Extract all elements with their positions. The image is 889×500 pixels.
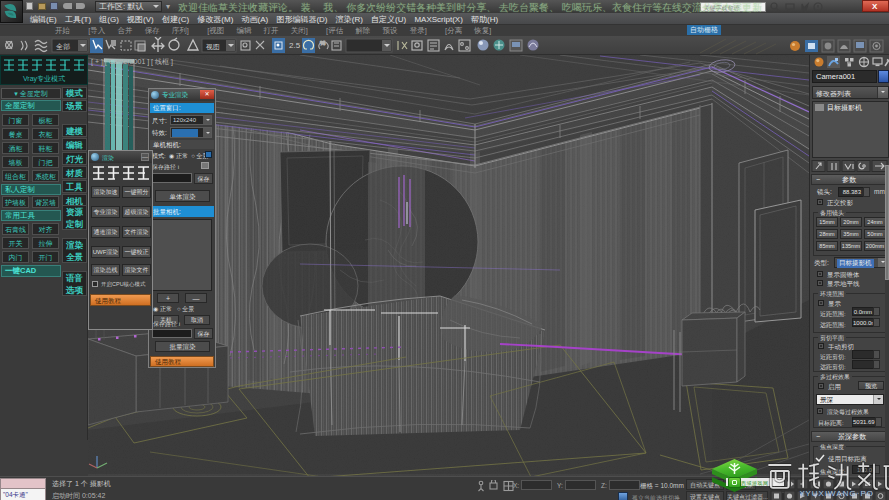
svg-text:全部: 全部 — [56, 43, 70, 51]
svg-text:%: % — [320, 40, 326, 46]
svg-text:2.5: 2.5 — [289, 41, 301, 50]
svg-text:视图: 视图 — [206, 43, 220, 51]
